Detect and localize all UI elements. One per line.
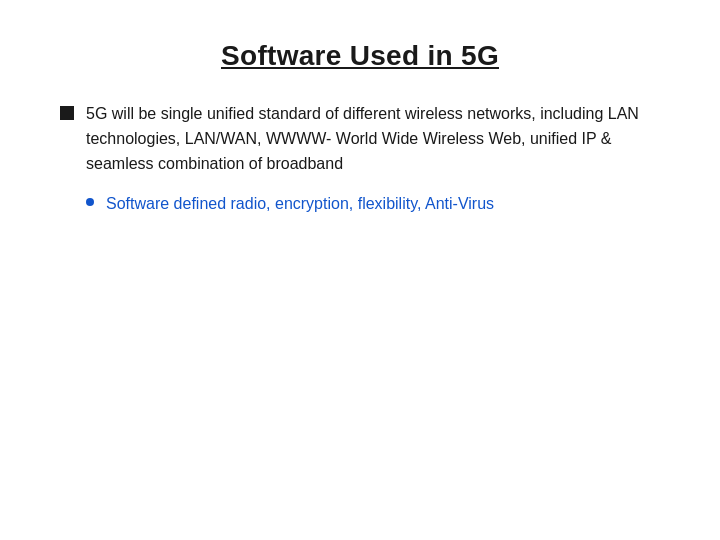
bullet-item-2: Software defined radio, encryption, flex…: [86, 192, 660, 217]
round-bullet-icon: [86, 198, 94, 206]
bullet-item-1: 5G will be single unified standard of di…: [60, 102, 660, 176]
bullet-text-2: Software defined radio, encryption, flex…: [106, 192, 494, 217]
slide-content: 5G will be single unified standard of di…: [50, 102, 670, 217]
slide: Software Used in 5G 5G will be single un…: [0, 0, 720, 540]
square-bullet-icon: [60, 106, 74, 120]
bullet-text-1: 5G will be single unified standard of di…: [86, 102, 660, 176]
slide-title: Software Used in 5G: [221, 40, 499, 72]
